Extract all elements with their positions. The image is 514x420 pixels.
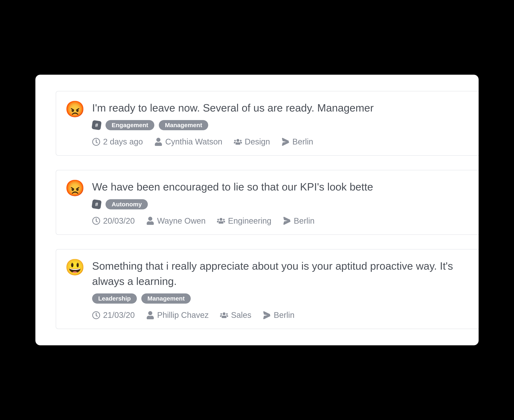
location-arrow-icon — [281, 138, 290, 146]
clock-icon — [92, 138, 100, 146]
feedback-content: I'm ready to leave now. Several of us ar… — [92, 100, 479, 146]
users-icon — [217, 217, 225, 225]
tag-pill[interactable]: Management — [159, 120, 208, 130]
feedback-panel: 😡I'm ready to leave now. Several of us a… — [35, 75, 479, 345]
meta-date: 2 days ago — [92, 137, 143, 146]
meta-location: Berlin — [281, 137, 313, 146]
hash-icon: # — [91, 120, 102, 130]
feedback-message: Something that i really appreciate about… — [92, 258, 479, 289]
user-icon — [146, 311, 154, 319]
user-icon — [154, 138, 162, 146]
meta-location-value: Berlin — [292, 137, 313, 146]
meta-date-value: 21/03/20 — [103, 310, 135, 320]
meta-location: Berlin — [263, 310, 294, 320]
feedback-content: Something that i really appreciate about… — [92, 258, 479, 320]
feedback-message: We have been encouraged to lie so that o… — [92, 179, 479, 195]
meta-author: Cynthia Watson — [154, 137, 222, 146]
clock-icon — [92, 311, 100, 319]
meta-team: Engineering — [217, 216, 272, 225]
meta-date-value: 20/03/20 — [103, 216, 135, 225]
meta-team-value: Design — [245, 137, 270, 146]
meta-location: Berlin — [283, 216, 315, 225]
meta-date-value: 2 days ago — [103, 137, 143, 146]
sentiment-emoji: 😃 — [65, 259, 85, 320]
meta-date: 21/03/20 — [92, 310, 135, 320]
meta-row: 2 days agoCynthia WatsonDesignBerlin — [92, 137, 479, 146]
meta-author-value: Wayne Owen — [157, 216, 206, 225]
users-icon — [234, 138, 242, 146]
feedback-message: I'm ready to leave now. Several of us ar… — [92, 100, 479, 116]
tag-row: #EngagementManagement — [92, 120, 479, 130]
meta-row: 21/03/20Phillip ChavezSalesBerlin — [92, 310, 479, 320]
meta-row: 20/03/20Wayne OwenEngineeringBerlin — [92, 216, 479, 225]
tag-pill[interactable]: Engagement — [105, 120, 154, 130]
meta-author-value: Phillip Chavez — [157, 310, 209, 320]
meta-author-value: Cynthia Watson — [165, 137, 222, 146]
location-arrow-icon — [263, 311, 271, 319]
sentiment-emoji: 😡 — [65, 180, 85, 225]
feedback-card[interactable]: 😡I'm ready to leave now. Several of us a… — [56, 91, 479, 156]
feedback-content: We have been encouraged to lie so that o… — [92, 179, 479, 225]
meta-team: Design — [234, 137, 270, 146]
meta-team-value: Sales — [231, 310, 251, 320]
user-icon — [146, 217, 154, 225]
clock-icon — [92, 217, 100, 225]
tag-row: #Autonomy — [92, 199, 479, 209]
tag-pill[interactable]: Autonomy — [105, 199, 148, 209]
feedback-card[interactable]: 😡We have been encouraged to lie so that … — [56, 170, 479, 235]
sentiment-emoji: 😡 — [65, 101, 85, 146]
meta-location-value: Berlin — [274, 310, 294, 320]
location-arrow-icon — [283, 217, 291, 225]
meta-team: Sales — [220, 310, 251, 320]
meta-location-value: Berlin — [294, 216, 315, 225]
tag-row: LeadershipManagement — [92, 293, 479, 304]
feedback-card[interactable]: 😃Something that i really appreciate abou… — [56, 249, 479, 329]
tag-pill[interactable]: Leadership — [92, 293, 137, 304]
meta-author: Wayne Owen — [146, 216, 206, 225]
hash-icon: # — [91, 199, 102, 209]
users-icon — [220, 311, 228, 319]
tag-pill[interactable]: Management — [141, 293, 191, 304]
meta-team-value: Engineering — [228, 216, 272, 225]
meta-author: Phillip Chavez — [146, 310, 209, 320]
meta-date: 20/03/20 — [92, 216, 135, 225]
